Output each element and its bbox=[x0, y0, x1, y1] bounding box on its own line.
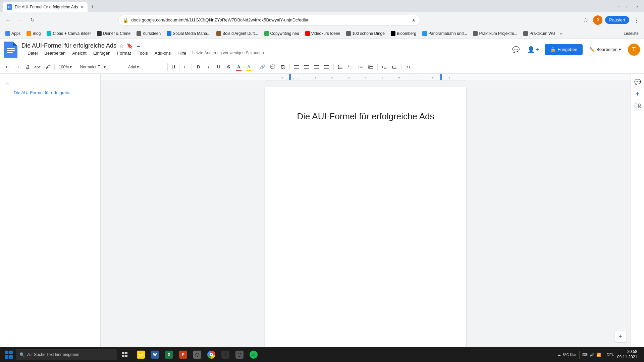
bookmark-social[interactable]: Social Media Mana... bbox=[164, 31, 213, 37]
taskbar-app1[interactable]: ⬡ bbox=[191, 347, 204, 362]
menu-btn[interactable]: ⋮ bbox=[632, 15, 641, 25]
add-person-btn[interactable]: 👤+ bbox=[525, 45, 542, 55]
document-page[interactable]: Die AUI-Formel für erfolgreiche Ads bbox=[265, 87, 466, 347]
layout-sidebar-btn[interactable] bbox=[632, 101, 643, 111]
taskbar-media[interactable]: ♪ bbox=[219, 347, 232, 362]
bookmark-apps[interactable]: Apps bbox=[3, 31, 23, 37]
justify-btn[interactable] bbox=[322, 62, 331, 72]
menu-tools[interactable]: Tools bbox=[134, 49, 151, 57]
maximize-btn[interactable]: □ bbox=[624, 3, 632, 11]
indent-more-btn[interactable] bbox=[390, 62, 399, 72]
doc-area[interactable]: -2 -1 1 2 3 4 5 6 7 8 9 bbox=[101, 74, 631, 347]
task-view-btn[interactable] bbox=[118, 347, 131, 362]
user-profile-btn[interactable]: P bbox=[593, 15, 602, 25]
new-tab-btn[interactable]: + bbox=[88, 2, 98, 12]
share-btn[interactable]: 🔒 Freigeben bbox=[545, 44, 583, 55]
minimize-btn[interactable]: − bbox=[614, 3, 623, 11]
taskbar-sys-icons[interactable]: ⌨ 🔊 📶 bbox=[582, 353, 601, 357]
taskbar-app2[interactable]: ⬡ bbox=[233, 347, 246, 362]
bookmark-panorama[interactable]: Panoramabahn und... bbox=[420, 31, 470, 37]
bookmark-icon[interactable]: 🔖 bbox=[126, 43, 133, 49]
font-size-minus-btn[interactable]: − bbox=[157, 62, 167, 72]
comment-toolbar-btn[interactable]: 💬 bbox=[268, 62, 277, 72]
font-size-input[interactable]: 11 bbox=[167, 63, 179, 71]
bookmark-canva[interactable]: Cload + Canva Bilder bbox=[44, 31, 94, 37]
outline-item[interactable]: — Die AUI-Formel für erfolgreic... bbox=[0, 88, 100, 97]
pausiert-btn[interactable]: Pausiert bbox=[605, 16, 629, 24]
close-btn[interactable]: × bbox=[633, 3, 641, 11]
document-body[interactable] bbox=[292, 130, 439, 140]
taskbar-datetime[interactable]: 20:58 09.11.2021 bbox=[617, 349, 637, 360]
taskbar-word[interactable]: W bbox=[148, 347, 162, 362]
spellcheck-btn[interactable]: abc bbox=[33, 62, 42, 72]
underline-btn[interactable]: U bbox=[214, 62, 223, 72]
star-icon[interactable]: ☆ bbox=[119, 43, 124, 49]
bookmark-bois[interactable]: Bois d'Argent Duft... bbox=[214, 31, 261, 37]
menu-ansicht[interactable]: Ansicht bbox=[69, 49, 90, 57]
redo-btn[interactable]: ↪ bbox=[13, 62, 22, 72]
strikethrough-btn[interactable]: S̶ bbox=[224, 62, 233, 72]
italic-btn[interactable]: I bbox=[204, 62, 213, 72]
bookmark-dinner[interactable]: Dinner & Crime bbox=[94, 31, 133, 37]
bookmark-praktikum1[interactable]: Praktikum Projektm... bbox=[470, 31, 520, 37]
menu-addons[interactable]: Add-ons bbox=[151, 49, 174, 57]
menu-hilfe[interactable]: Hilfe bbox=[174, 49, 190, 57]
taskbar-powerpoint[interactable]: P bbox=[176, 347, 190, 362]
user-avatar[interactable]: T bbox=[628, 44, 640, 56]
align-right-btn[interactable] bbox=[312, 62, 321, 72]
right-margin-handle[interactable] bbox=[440, 74, 442, 80]
extensions-btn[interactable]: ⬡ bbox=[581, 15, 590, 25]
taskbar-chrome[interactable] bbox=[205, 347, 218, 362]
taskbar-spotify[interactable]: ♫ bbox=[247, 347, 260, 362]
bullet-list-btn[interactable] bbox=[356, 62, 365, 72]
align-center-btn[interactable] bbox=[302, 62, 311, 72]
taskbar-excel[interactable]: X bbox=[162, 347, 176, 362]
taskbar-file-explorer[interactable]: 📁 bbox=[134, 347, 148, 362]
line-spacing-btn[interactable] bbox=[336, 62, 345, 72]
taskbar-search[interactable]: 🔍 Zur Suche Text hier eingeben bbox=[16, 349, 117, 360]
active-tab[interactable]: G Die AUI-Formel für erfolgreiche Ads × bbox=[3, 2, 88, 12]
doc-title[interactable]: Die AUI-Formel für erfolgreiche Ads bbox=[21, 42, 116, 49]
bookmark-bloomberg[interactable]: Bloomberg bbox=[388, 31, 419, 37]
bookmarks-more-btn[interactable]: » bbox=[558, 31, 564, 37]
bookmark-copy[interactable]: Copywriting neu bbox=[262, 31, 302, 37]
menu-format[interactable]: Format bbox=[114, 49, 134, 57]
link-btn[interactable]: 🔗 bbox=[258, 62, 267, 72]
bookmark-100[interactable]: 100 schöne Dinge bbox=[343, 31, 387, 37]
bold-btn[interactable]: B bbox=[194, 62, 203, 72]
url-bar[interactable]: 🔒 docs.google.com/document/d/1I1GX3tQNnZ… bbox=[118, 15, 420, 25]
forward-btn[interactable]: → bbox=[15, 15, 25, 25]
font-size-plus-btn[interactable]: + bbox=[180, 62, 190, 72]
start-btn[interactable] bbox=[3, 349, 15, 361]
bookmark-kursideen[interactable]: Kursideen bbox=[134, 31, 163, 37]
sidebar-back-btn[interactable]: ← bbox=[0, 78, 100, 88]
numbered-list-btn[interactable]: 1.2. bbox=[346, 62, 355, 72]
text-color-btn[interactable]: A bbox=[234, 62, 244, 72]
back-btn[interactable]: ← bbox=[3, 15, 13, 25]
font-selector[interactable]: Arial▾ bbox=[126, 62, 153, 72]
menu-bearbeiten[interactable]: Bearbeiten bbox=[41, 49, 69, 57]
bookmark-blog[interactable]: Blog bbox=[24, 31, 43, 37]
refresh-btn[interactable]: ↻ bbox=[27, 15, 38, 25]
indent-less-btn[interactable] bbox=[380, 62, 389, 72]
leseiste-btn[interactable]: Leseiste bbox=[621, 31, 641, 37]
highlight-btn[interactable]: A bbox=[244, 62, 254, 72]
cloud-icon[interactable]: ☁ bbox=[136, 43, 141, 48]
comment-btn[interactable]: 💬 bbox=[510, 44, 522, 56]
left-margin-handle[interactable] bbox=[289, 74, 291, 80]
style-selector[interactable]: Normaler T...▾ bbox=[78, 62, 122, 72]
bookmark-videokurs[interactable]: Videokurs Ideen bbox=[303, 31, 343, 37]
undo-btn[interactable]: ↩ bbox=[3, 62, 12, 72]
checklist-btn[interactable] bbox=[366, 62, 375, 72]
add-sidebar-btn[interactable]: + bbox=[632, 88, 643, 99]
menu-datei[interactable]: Datei bbox=[24, 49, 41, 57]
tab-close-btn[interactable]: × bbox=[81, 4, 84, 10]
print-btn[interactable]: 🖨 bbox=[23, 62, 32, 72]
align-left-btn[interactable] bbox=[292, 62, 301, 72]
clear-format-btn[interactable]: T bbox=[404, 62, 413, 72]
paint-format-btn[interactable]: 🖌 bbox=[43, 62, 52, 72]
bookmark-praktikum2[interactable]: Praktikum WU bbox=[521, 31, 558, 37]
zoom-selector[interactable]: 100%▾ bbox=[57, 62, 74, 72]
edit-mode-btn[interactable]: ✏️ Bearbeiten ▾ bbox=[585, 45, 625, 54]
menu-einfuegen[interactable]: Einfügen bbox=[90, 49, 114, 57]
